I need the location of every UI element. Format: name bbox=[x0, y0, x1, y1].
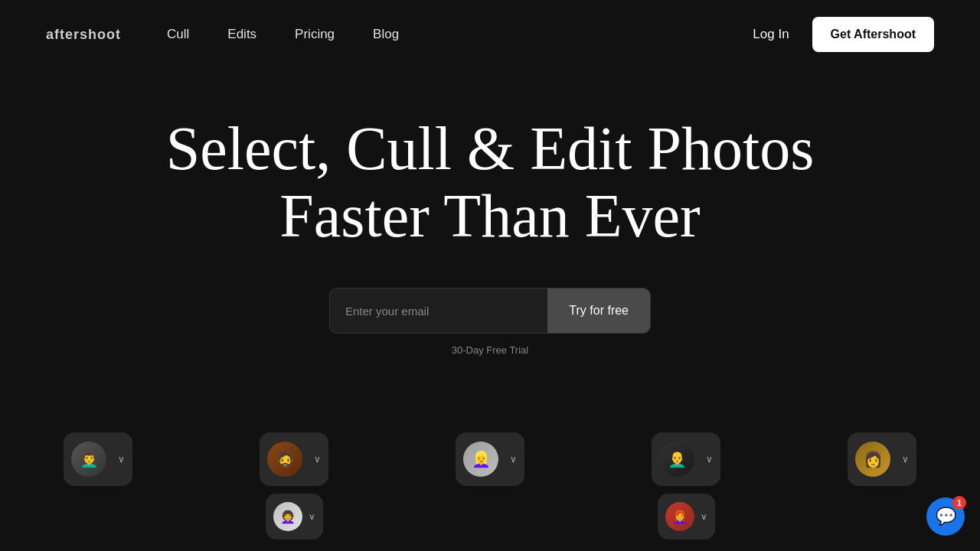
hero-section: Select, Cull & Edit Photos Faster Than E… bbox=[0, 69, 980, 356]
avatar-card-2b[interactable]: 👩‍🦱 ∨ bbox=[266, 494, 323, 540]
chevron-down-icon: ∨ bbox=[701, 511, 707, 522]
trial-text: 30-Day Free Trial bbox=[452, 344, 528, 356]
email-input[interactable] bbox=[330, 305, 547, 318]
chevron-down-icon: ∨ bbox=[314, 454, 321, 465]
chevron-down-icon: ∨ bbox=[706, 454, 713, 465]
nav-item-blog[interactable]: Blog bbox=[373, 27, 399, 42]
nav-links: Cull Edits Pricing Blog bbox=[167, 27, 399, 42]
nav-item-cull[interactable]: Cull bbox=[167, 27, 189, 42]
hero-title-line2: Faster Than Ever bbox=[279, 182, 700, 249]
nav-link-blog[interactable]: Blog bbox=[373, 27, 399, 41]
avatar-2b: 👩‍🦱 bbox=[273, 502, 302, 531]
email-form: Try for free bbox=[329, 288, 651, 334]
try-free-button[interactable]: Try for free bbox=[547, 288, 650, 334]
avatar-card-4[interactable]: 👨‍🦲 ∨ bbox=[652, 432, 720, 486]
avatar-card-4b[interactable]: 👩‍🦰 ∨ bbox=[658, 494, 715, 540]
avatar-1: 👨‍🦱 bbox=[71, 442, 106, 477]
chevron-down-icon: ∨ bbox=[902, 454, 909, 465]
avatar-4b: 👩‍🦰 bbox=[665, 502, 694, 531]
nav-item-pricing[interactable]: Pricing bbox=[295, 27, 335, 42]
avatar-4: 👨‍🦲 bbox=[659, 442, 694, 477]
avatar-3: 👱‍♀️ bbox=[463, 442, 498, 477]
login-link[interactable]: Log In bbox=[753, 27, 789, 42]
hero-title-line1: Select, Cull & Edit Photos bbox=[166, 115, 815, 182]
avatar-card-3[interactable]: 👱‍♀️ ∨ bbox=[456, 432, 524, 486]
avatar-col-1: 👨‍🦱 ∨ bbox=[64, 432, 132, 486]
nav-link-cull[interactable]: Cull bbox=[167, 27, 189, 41]
avatar-card-5[interactable]: 👩 ∨ bbox=[848, 432, 916, 486]
hero-title: Select, Cull & Edit Photos Faster Than E… bbox=[166, 115, 815, 249]
get-aftershoot-button[interactable]: Get Aftershoot bbox=[812, 17, 934, 52]
chevron-down-icon: ∨ bbox=[510, 454, 517, 465]
navbar: aftershoot Cull Edits Pricing Blog Log I… bbox=[0, 0, 980, 69]
avatar-5: 👩 bbox=[855, 442, 890, 477]
avatar-col-3: 👱‍♀️ ∨ bbox=[456, 432, 524, 486]
navbar-left: aftershoot Cull Edits Pricing Blog bbox=[46, 27, 399, 43]
avatar-col-4: 👨‍🦲 ∨ 👩‍🦰 ∨ bbox=[652, 432, 720, 540]
navbar-right: Log In Get Aftershoot bbox=[753, 17, 934, 52]
bottom-avatars: 👨‍🦱 ∨ 🧔 ∨ 👩‍🦱 ∨ 👱‍♀️ ∨ bbox=[0, 425, 980, 551]
avatar-col-2: 🧔 ∨ 👩‍🦱 ∨ bbox=[260, 432, 328, 540]
avatar-card-1[interactable]: 👨‍🦱 ∨ bbox=[64, 432, 132, 486]
avatar-card-2[interactable]: 🧔 ∨ bbox=[260, 432, 328, 486]
avatar-2: 🧔 bbox=[267, 442, 302, 477]
avatar-col-5: 👩 ∨ bbox=[848, 432, 916, 486]
nav-link-pricing[interactable]: Pricing bbox=[295, 27, 335, 41]
chevron-down-icon: ∨ bbox=[309, 511, 315, 522]
nav-link-edits[interactable]: Edits bbox=[227, 27, 256, 41]
chat-badge: 1 bbox=[952, 496, 966, 510]
chevron-down-icon: ∨ bbox=[118, 454, 125, 465]
chat-icon: 💬 bbox=[936, 507, 956, 527]
logo: aftershoot bbox=[46, 27, 121, 43]
chat-bubble-button[interactable]: 💬 1 bbox=[926, 497, 965, 536]
nav-item-edits[interactable]: Edits bbox=[227, 27, 256, 42]
